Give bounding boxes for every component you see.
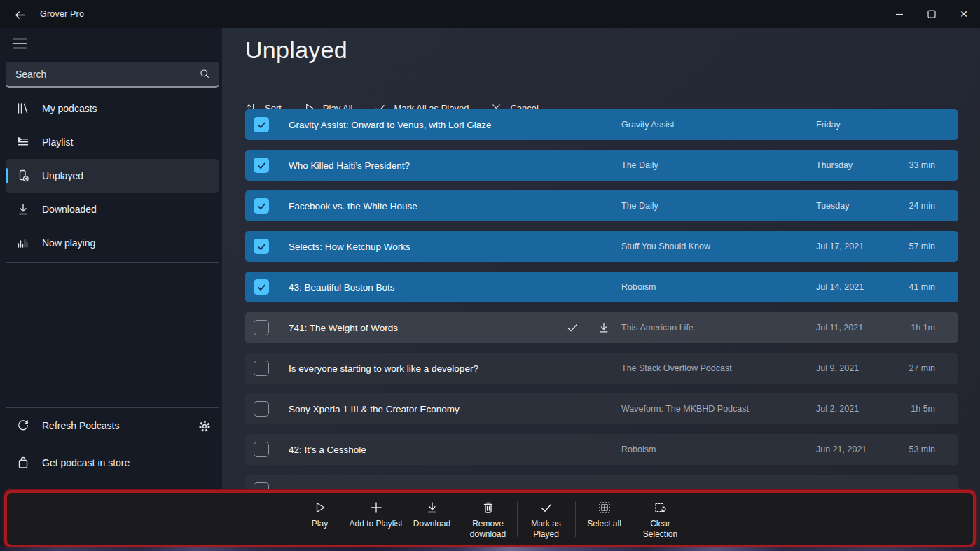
episode-checkbox[interactable] bbox=[254, 320, 269, 335]
episode-date: Jul 14, 2021 bbox=[816, 282, 893, 292]
close-button[interactable]: ✕ bbox=[948, 0, 980, 28]
checkmark-icon bbox=[256, 201, 267, 211]
search-input[interactable]: Search bbox=[6, 62, 219, 88]
episode-title: Sony Xperia 1 III & the Creator Economy bbox=[289, 404, 621, 414]
episode-duration: 57 min bbox=[893, 242, 935, 251]
remove-download-button[interactable]: Remove download bbox=[460, 493, 516, 545]
command-bar-separator bbox=[517, 501, 518, 537]
sidebar-item-label: Downloaded bbox=[42, 204, 97, 215]
mark-played-check-icon[interactable] bbox=[566, 321, 579, 334]
episode-podcast: Roboism bbox=[621, 282, 816, 292]
episode-row[interactable]: 741: The Weight of Words This American L… bbox=[245, 312, 958, 343]
refresh-podcasts-button[interactable]: Refresh Podcasts bbox=[6, 409, 219, 442]
clear-selection-button[interactable]: Clear Selection bbox=[633, 493, 689, 545]
maximize-button[interactable] bbox=[916, 0, 948, 28]
episode-date: Jun 21, 2021 bbox=[816, 445, 893, 454]
window-controls: ✕ bbox=[883, 0, 980, 28]
sidebar-item-unplayed[interactable]: Unplayed bbox=[6, 159, 219, 193]
episode-row[interactable]: Who Killed Haiti’s President? The Daily … bbox=[245, 150, 958, 181]
episode-date: Jul 17, 2021 bbox=[816, 242, 893, 251]
settings-button[interactable] bbox=[197, 419, 212, 434]
episode-checkbox[interactable] bbox=[254, 401, 269, 417]
library-icon bbox=[16, 102, 30, 116]
episode-row[interactable]: Sony Xperia 1 III & the Creator Economy … bbox=[245, 393, 958, 424]
search-placeholder: Search bbox=[15, 69, 199, 80]
episode-podcast: Stuff You Should Know bbox=[621, 242, 816, 251]
sidebar-item-playlist[interactable]: Playlist bbox=[6, 125, 219, 159]
episode-duration: 41 min bbox=[893, 282, 935, 292]
add-to-playlist-label: Add to Playlist bbox=[349, 519, 402, 529]
episode-checkbox[interactable] bbox=[254, 239, 269, 254]
sidebar-item-my-podcasts[interactable]: My podcasts bbox=[6, 92, 219, 125]
minimize-button[interactable] bbox=[883, 0, 916, 28]
episode-row[interactable]: Is everyone starting to work like a deve… bbox=[245, 353, 958, 384]
download-icon[interactable] bbox=[598, 321, 610, 334]
command-bar-separator bbox=[575, 501, 576, 537]
episode-date: Thursday bbox=[816, 160, 893, 170]
episode-checkbox[interactable] bbox=[254, 442, 269, 457]
checkmark-icon bbox=[256, 282, 267, 293]
play-label: Play bbox=[312, 519, 328, 529]
episode-row[interactable]: 43: Beautiful Boston Bots Roboism Jul 14… bbox=[245, 272, 958, 302]
episode-duration: 1h 5m bbox=[893, 404, 935, 414]
clear-selection-icon bbox=[654, 501, 668, 515]
back-arrow-icon bbox=[13, 8, 27, 22]
checkmark-icon bbox=[256, 160, 267, 171]
episode-podcast: Roboism bbox=[621, 445, 816, 454]
episode-row[interactable]: Selects: How Ketchup Works Stuff You Sho… bbox=[245, 231, 958, 262]
sidebar-item-label: Now playing bbox=[42, 237, 95, 249]
close-icon: ✕ bbox=[960, 9, 968, 19]
equalizer-icon bbox=[16, 236, 30, 250]
playlist-icon bbox=[16, 135, 30, 149]
desktop-edge-strip bbox=[0, 547, 980, 551]
episode-podcast: The Daily bbox=[621, 201, 816, 211]
hamburger-menu-button[interactable] bbox=[9, 35, 30, 52]
refresh-icon bbox=[16, 419, 30, 433]
sidebar-nav: My podcasts Playlist Unplayed Downloaded… bbox=[6, 92, 219, 260]
episode-date: Jul 11, 2021 bbox=[816, 323, 893, 333]
get-podcast-in-store-button[interactable]: Get podcast in store bbox=[6, 446, 219, 480]
episode-title: Selects: How Ketchup Works bbox=[289, 242, 621, 252]
episode-title: Who Killed Haiti’s President? bbox=[289, 160, 621, 171]
download-label: Download bbox=[413, 519, 450, 529]
episode-row[interactable]: Gravity Assist: Onward to Venus, with Lo… bbox=[245, 109, 958, 140]
episode-row[interactable]: Facebook vs. the White House The Daily T… bbox=[245, 190, 958, 221]
episode-title: 741: The Weight of Words bbox=[289, 323, 557, 333]
mark-as-played-label: Mark as Played bbox=[518, 519, 574, 540]
clear-selection-label: Clear Selection bbox=[633, 519, 689, 540]
episode-checkbox[interactable] bbox=[254, 117, 269, 132]
episode-podcast: Gravity Assist bbox=[621, 120, 816, 130]
episode-podcast: The Stack Overflow Podcast bbox=[621, 363, 816, 373]
episode-title: Is everyone starting to work like a deve… bbox=[289, 363, 621, 374]
sidebar-item-downloaded[interactable]: Downloaded bbox=[6, 193, 219, 226]
episode-checkbox[interactable] bbox=[254, 279, 269, 295]
add-to-playlist-button[interactable]: Add to Playlist bbox=[348, 493, 404, 545]
select-all-button[interactable]: Select all bbox=[577, 493, 633, 545]
episode-duration: 53 min bbox=[893, 445, 935, 454]
sidebar-item-label: Unplayed bbox=[42, 170, 83, 181]
app-title: Grover Pro bbox=[40, 9, 84, 19]
select-all-label: Select all bbox=[587, 519, 621, 529]
episode-list: Gravity Assist: Onward to Venus, with Lo… bbox=[245, 109, 958, 515]
episode-checkbox[interactable] bbox=[254, 158, 269, 173]
episode-title: 42: It’s a Cesshole bbox=[289, 445, 621, 455]
select-all-icon bbox=[598, 501, 612, 515]
sidebar-item-now-playing[interactable]: Now playing bbox=[6, 226, 219, 260]
episode-date: Jul 2, 2021 bbox=[816, 404, 893, 414]
checkmark-icon bbox=[256, 120, 267, 130]
sidebar-divider bbox=[6, 407, 219, 408]
play-button[interactable]: Play bbox=[292, 493, 348, 545]
sidebar-item-label: My podcasts bbox=[42, 103, 97, 114]
mark-as-played-button[interactable]: Mark as Played bbox=[518, 493, 574, 545]
remove-download-label: Remove download bbox=[460, 519, 516, 540]
download-button[interactable]: Download bbox=[404, 493, 460, 545]
minimize-icon bbox=[895, 10, 904, 18]
episode-checkbox[interactable] bbox=[254, 361, 269, 376]
episode-podcast: The Daily bbox=[621, 160, 816, 170]
episode-checkbox[interactable] bbox=[254, 198, 269, 214]
episode-row[interactable]: 42: It’s a Cesshole Roboism Jun 21, 2021… bbox=[245, 434, 958, 465]
checkmark-icon bbox=[256, 242, 267, 252]
search-icon[interactable] bbox=[199, 68, 211, 80]
download-icon bbox=[16, 202, 30, 216]
back-button[interactable] bbox=[9, 6, 30, 24]
